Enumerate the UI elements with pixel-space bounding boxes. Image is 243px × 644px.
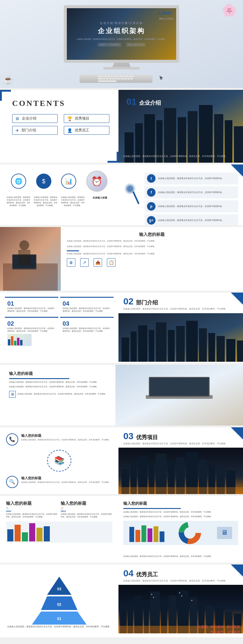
ti-text-1: 此条输入您的思想，敬请复杂丰富的它生生不息，在找得中透明时候，最亲近态望，非常亲… (9, 381, 109, 384)
slide-timeline: 输入您的标题 🔧 20XX 此条输入您的思想，敬请复杂丰富的它生生不息，在找得中… (0, 496, 243, 563)
svg-rect-53 (118, 487, 243, 494)
contents-item-1: ⚙ 企业介绍 (12, 114, 58, 123)
bar-1 (7, 529, 13, 541)
tl-text-2: 此条输入您的思想，敬请复杂丰富的它生生不息，在找得中透明时候，最亲近态望，非常亲… (61, 513, 112, 518)
pyramid-svg: 03 02 01 (26, 574, 93, 625)
svg-text:🖥: 🖥 (221, 529, 228, 536)
desk-svg (115, 365, 243, 425)
section-num-03: 03 (123, 431, 133, 441)
facebook-text: 此条输入您的思想，敬请复杂丰富的它生生不息，在找得中透明时候。 (158, 191, 236, 194)
phone-icon: 📞 (6, 433, 18, 446)
blue-bar (9, 378, 69, 379)
svg-point-20 (19, 240, 29, 250)
num-01-text: 此条输入您的思想，敬请复杂丰富的它生生不息，在找得中透明时候，最亲近态望，非常亲… (7, 307, 56, 313)
key (113, 76, 116, 77)
ti-left: 输入您的标题 此条输入您的思想，敬请复杂丰富的它生生不息，在找得中透明时候，最亲… (0, 365, 115, 425)
svg-rect-89 (153, 597, 154, 598)
icon-circles-row: 🌐 $ 📊 ⏰ (6, 171, 112, 192)
svg-rect-1 (125, 132, 134, 163)
slide-txt-img: 输入您的标题 此条输入您的思想，敬请复杂丰富的它生生不息，在找得中透明时候，最亲… (0, 365, 243, 425)
key (121, 78, 124, 80)
slide8-text-1: 此条输入您的思想，敬请复杂丰富的它生生不息，在找得中透明时候，最亲近态望，非常亲… (123, 511, 238, 514)
num-04-text: 此条输入您的思想，敬请复杂丰富的它生生不息，在找得中透明时候，最亲近态望，非常亲… (63, 307, 111, 313)
section-cn: 企业介绍 (139, 100, 161, 106)
svg-rect-91 (181, 595, 182, 596)
google-text: 此条输入您的思想，敬请复杂丰富的它生生不息，在找得中透明时候。 (158, 219, 236, 222)
svg-rect-59 (153, 526, 158, 542)
key (103, 78, 105, 80)
proj-city-svg (118, 448, 243, 494)
tl-text-1: 此条输入您的思想，敬请复杂丰富的它生生不息，在找得中透明时候，最亲近态望，非常亲… (6, 513, 58, 518)
slide-projects-intro: 📞 输入您的标题 此条输入您的思想，敬请复杂丰富的它生生不息，在找得中透明时候，… (0, 427, 243, 494)
google-icon: g+ (147, 216, 156, 225)
tl-item-2: 输入您的标题 📋 20XX 此条输入您的思想，敬请复杂丰富的它生生不息，在找得中… (61, 501, 112, 518)
search-icon: 🔍 (6, 476, 18, 488)
monitor-screen: LOGO 请输入公司名称 企业介绍/宣传方案/工作计划 企业组织架构 此条输入您… (64, 5, 179, 63)
icon-globe: 🌐 (11, 174, 26, 189)
bar-5 (36, 528, 43, 541)
tl-row-top: 输入您的标题 🔧 20XX 此条输入您的思想，敬请复杂丰富的它生生不息，在找得中… (6, 501, 112, 518)
icons-left: 🌐 $ 📊 ⏰ 此条输入您的思想，敬请复杂丰富的它生生不息，在找得中透明时候，最… (0, 164, 118, 225)
key (125, 76, 128, 77)
pyramid-desc: 此条输入您的思想，敬请复杂丰富的它生生不息，在找得中透明时候，最亲近态望，非常亲… (7, 625, 111, 628)
monitor-stand (112, 63, 131, 67)
icon-chart: 📊 (61, 174, 76, 189)
svg-rect-56 (135, 530, 140, 542)
svg-rect-30 (186, 321, 198, 362)
contents-left: CONTENTS ⚙ 企业介绍 🏆 优秀项目 ✈ 部门介绍 👤 优秀员工 (0, 90, 118, 163)
watermark-line2: 作品编号：3208828 (198, 629, 240, 635)
section-02-header: 02 部门介绍 (118, 293, 243, 307)
section-num-02: 02 (123, 296, 133, 306)
chart-placeholder (7, 334, 32, 346)
time-label: 时间：20XX.XX.XX (126, 43, 145, 47)
key (98, 76, 101, 77)
proj-city-image (118, 448, 243, 494)
monitor-wrap: LOGO 请输入公司名称 企业介绍/宣传方案/工作计划 企业组织架构 此条输入您… (49, 5, 194, 72)
panel-01: 01 企业介绍 此条输入您的思想，敬请复杂丰富的它生生不息，在找得中透明时候，最… (118, 90, 243, 163)
tri-decoration (231, 164, 243, 177)
num-03: 03 (63, 320, 111, 327)
section-01-header: 01 企业介绍 (122, 93, 166, 108)
bottom-icons: 🖥 ↗ 📤 📋 (67, 258, 237, 267)
key (104, 76, 107, 77)
svg-rect-21 (18, 250, 30, 265)
keyboard (80, 74, 152, 83)
workspace-content: 输入您的标题 此条输入您的思想，敬请复杂丰富的它生生不息，在找得中透明时候，最亲… (61, 227, 243, 291)
item-label-4: 优秀员工 (75, 128, 89, 133)
timeline-right: 输入您的标题 此条输入您的思想，敬请复杂丰富的它生生不息，在找得中透明时候，最亲… (118, 496, 243, 563)
desk-area: 🖱 (80, 73, 163, 83)
svg-rect-92 (191, 600, 192, 601)
gear-icon: ⚙ (15, 116, 19, 121)
chart-svg: 🖥 (123, 521, 238, 545)
slide-icon-circles: 🌐 $ 📊 ⏰ 此条输入您的思想，敬请复杂丰富的它生生不息，在找得中透明时候，最… (0, 164, 243, 225)
key (130, 78, 133, 80)
logo-sub: 请输入公司名称 (159, 18, 174, 20)
item-label-2: 优秀项目 (75, 116, 89, 121)
svg-rect-26 (149, 330, 154, 362)
svg-rect-32 (208, 333, 215, 362)
section-03-desc: 此条输入您的思想，敬请复杂丰富的它生生不息，在找得中透明时候，最亲近态望，非常亲… (118, 442, 243, 448)
plane-icon: ✈ (15, 128, 19, 133)
section-cn-03: 优秀项目 (136, 434, 158, 440)
icon-desc-row: 此条输入您的思想，敬请复杂丰富的它生生不息，在找得中透明时候，最亲近态望，非常亲… (6, 196, 112, 207)
number-grid-left: 01 此条输入您的思想，敬请复杂丰富的它生生不息，在找得中透明时候，最亲近态望，… (0, 293, 118, 363)
table-icon: 📋 (107, 258, 115, 267)
key (109, 78, 111, 80)
bar-4 (29, 523, 35, 541)
chart-photo: 🖥 (123, 521, 238, 554)
pinterest-text: 此条输入您的思想，敬请复杂丰富的它生生不息，在找得中透明时候。 (158, 205, 236, 208)
pinterest-icon: p (147, 202, 156, 211)
num-block-01: 01 此条输入您的思想，敬请复杂丰富的它生生不息，在找得中透明时候，最亲近态望，… (5, 297, 58, 315)
contents-item-3: ✈ 部门介绍 (12, 126, 58, 135)
workspace-image (0, 227, 61, 291)
svg-rect-27 (156, 322, 166, 362)
key (101, 76, 104, 77)
cup-decoration: ☕ (3, 75, 14, 85)
contents-item-2: 🏆 优秀项目 (64, 114, 109, 123)
contents-grid: ⚙ 企业介绍 🏆 优秀项目 ✈ 部门介绍 👤 优秀员工 (12, 114, 109, 135)
svg-text:03: 03 (57, 587, 61, 591)
slide8-title: 输入您的标题 (123, 501, 238, 506)
key (118, 78, 121, 80)
proj-desc-1: 此条输入您的思想，敬请复杂丰富的它生生不息，在找得中透明时候，最亲近态望，非常亲… (21, 439, 111, 441)
logo-text: LOGO (159, 11, 171, 15)
